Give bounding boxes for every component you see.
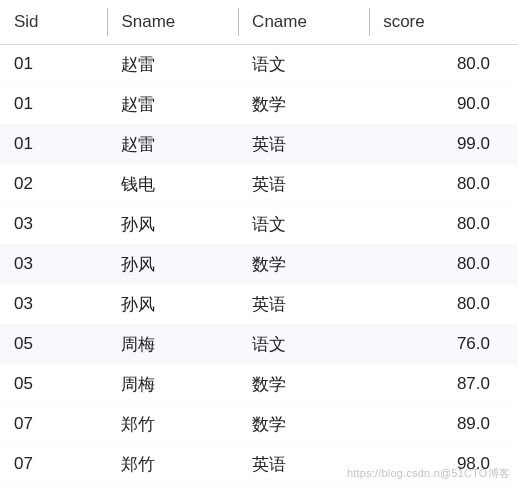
cell-sname: 孙风 [107, 244, 238, 284]
cell-sname: 郑竹 [107, 444, 238, 484]
table-row[interactable]: 01 赵雷 数学 90.0 [0, 84, 518, 124]
cell-sid: 03 [0, 204, 107, 244]
cell-score: 80.0 [369, 284, 518, 324]
cell-cname: 英语 [238, 124, 369, 164]
cell-score: 98.0 [369, 444, 518, 484]
table-row[interactable]: 05 周梅 数学 87.0 [0, 364, 518, 404]
cell-score: 89.0 [369, 404, 518, 444]
table-header-row: Sid Sname Cname score [0, 0, 518, 44]
cell-score: 80.0 [369, 44, 518, 84]
cell-sid: 01 [0, 84, 107, 124]
cell-sname: 赵雷 [107, 84, 238, 124]
column-header-sid[interactable]: Sid [0, 0, 107, 44]
cell-cname: 语文 [238, 204, 369, 244]
cell-sname: 赵雷 [107, 124, 238, 164]
table-row[interactable]: 02 钱电 英语 80.0 [0, 164, 518, 204]
table-row[interactable]: 05 周梅 语文 76.0 [0, 324, 518, 364]
cell-sid: 05 [0, 324, 107, 364]
cell-sname: 郑竹 [107, 404, 238, 444]
cell-score: 80.0 [369, 164, 518, 204]
cell-cname: 英语 [238, 444, 369, 484]
cell-cname: 英语 [238, 164, 369, 204]
cell-cname: 数学 [238, 404, 369, 444]
cell-cname: 数学 [238, 244, 369, 284]
table-row[interactable]: 03 孙风 语文 80.0 [0, 204, 518, 244]
cell-score: 87.0 [369, 364, 518, 404]
cell-sname: 赵雷 [107, 44, 238, 84]
cell-sname: 钱电 [107, 164, 238, 204]
table-row[interactable]: 03 孙风 数学 80.0 [0, 244, 518, 284]
table-row[interactable]: 07 郑竹 英语 98.0 [0, 444, 518, 484]
cell-cname: 数学 [238, 364, 369, 404]
cell-sname: 周梅 [107, 324, 238, 364]
cell-sid: 03 [0, 284, 107, 324]
cell-sid: 01 [0, 44, 107, 84]
cell-sname: 孙风 [107, 284, 238, 324]
cell-cname: 语文 [238, 324, 369, 364]
table-row[interactable]: 01 赵雷 英语 99.0 [0, 124, 518, 164]
cell-sid: 07 [0, 444, 107, 484]
column-header-sname[interactable]: Sname [107, 0, 238, 44]
table-row[interactable]: 07 郑竹 数学 89.0 [0, 404, 518, 444]
cell-sid: 02 [0, 164, 107, 204]
cell-score: 76.0 [369, 324, 518, 364]
cell-sname: 孙风 [107, 204, 238, 244]
cell-cname: 数学 [238, 84, 369, 124]
column-header-cname[interactable]: Cname [238, 0, 369, 44]
cell-sid: 07 [0, 404, 107, 444]
cell-score: 80.0 [369, 244, 518, 284]
table-row[interactable]: 03 孙风 英语 80.0 [0, 284, 518, 324]
cell-sid: 03 [0, 244, 107, 284]
column-header-score[interactable]: score [369, 0, 518, 44]
cell-sid: 01 [0, 124, 107, 164]
cell-sname: 周梅 [107, 364, 238, 404]
cell-cname: 语文 [238, 44, 369, 84]
cell-sid: 05 [0, 364, 107, 404]
data-table: Sid Sname Cname score 01 赵雷 语文 80.0 01 赵… [0, 0, 518, 485]
table-body: 01 赵雷 语文 80.0 01 赵雷 数学 90.0 01 赵雷 英语 99.… [0, 44, 518, 484]
cell-score: 80.0 [369, 204, 518, 244]
cell-score: 90.0 [369, 84, 518, 124]
cell-cname: 英语 [238, 284, 369, 324]
cell-score: 99.0 [369, 124, 518, 164]
table-row[interactable]: 01 赵雷 语文 80.0 [0, 44, 518, 84]
